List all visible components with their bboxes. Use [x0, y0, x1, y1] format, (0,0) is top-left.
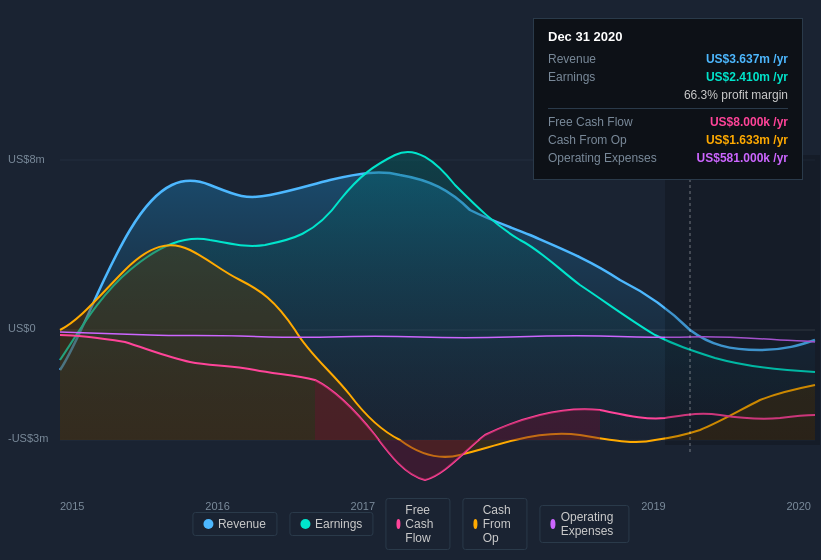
- tooltip-label-fcf: Free Cash Flow: [548, 115, 633, 129]
- legend-item-cashfromop[interactable]: Cash From Op: [462, 498, 527, 550]
- data-tooltip: Dec 31 2020 Revenue US$3.637m /yr Earnin…: [533, 18, 803, 180]
- x-label-2019: 2019: [641, 500, 665, 512]
- tooltip-value-cashfromop: US$1.633m /yr: [706, 133, 788, 147]
- x-label-2015: 2015: [60, 500, 84, 512]
- legend-dot-fcf: [396, 519, 400, 529]
- legend-dot-opex: [550, 519, 555, 529]
- legend-item-earnings[interactable]: Earnings: [289, 512, 373, 536]
- legend-dot-revenue: [203, 519, 213, 529]
- tooltip-label-opex: Operating Expenses: [548, 151, 657, 165]
- y-label-zero: US$0: [8, 322, 36, 334]
- legend-label-revenue: Revenue: [218, 517, 266, 531]
- legend-item-revenue[interactable]: Revenue: [192, 512, 277, 536]
- tooltip-row-revenue: Revenue US$3.637m /yr: [548, 52, 788, 66]
- tooltip-title: Dec 31 2020: [548, 29, 788, 44]
- tooltip-value-fcf: US$8.000k /yr: [710, 115, 788, 129]
- tooltip-label-cashfromop: Cash From Op: [548, 133, 627, 147]
- tooltip-row-earnings: Earnings US$2.410m /yr: [548, 70, 788, 84]
- tooltip-label-earnings: Earnings: [548, 70, 595, 84]
- legend-item-fcf[interactable]: Free Cash Flow: [385, 498, 450, 550]
- tooltip-value-earnings: US$2.410m /yr: [706, 70, 788, 84]
- legend-label-cashfromop: Cash From Op: [483, 503, 517, 545]
- x-label-2020: 2020: [786, 500, 810, 512]
- legend-item-opex[interactable]: Operating Expenses: [539, 505, 629, 543]
- tooltip-row-cashfromop: Cash From Op US$1.633m /yr: [548, 133, 788, 147]
- legend-label-opex: Operating Expenses: [561, 510, 618, 538]
- tooltip-label-revenue: Revenue: [548, 52, 596, 66]
- svg-rect-3: [665, 155, 820, 445]
- legend-label-earnings: Earnings: [315, 517, 362, 531]
- legend-dot-earnings: [300, 519, 310, 529]
- y-label-bottom: -US$3m: [8, 432, 48, 444]
- legend-dot-cashfromop: [473, 519, 477, 529]
- tooltip-row-opex: Operating Expenses US$581.000k /yr: [548, 151, 788, 165]
- tooltip-value-opex: US$581.000k /yr: [697, 151, 788, 165]
- tooltip-value-revenue: US$3.637m /yr: [706, 52, 788, 66]
- y-label-top: US$8m: [8, 153, 45, 165]
- chart-legend: Revenue Earnings Free Cash Flow Cash Fro…: [192, 498, 629, 550]
- tooltip-profit-margin: 66.3% profit margin: [548, 88, 788, 102]
- tooltip-row-fcf: Free Cash Flow US$8.000k /yr: [548, 115, 788, 129]
- legend-label-fcf: Free Cash Flow: [405, 503, 439, 545]
